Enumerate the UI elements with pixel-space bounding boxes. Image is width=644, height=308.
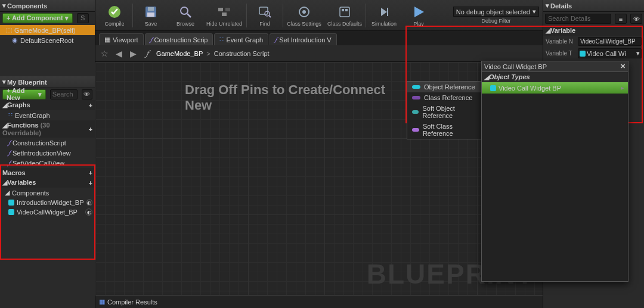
- play-icon: [411, 4, 426, 20]
- graph-hint: Drag Off Pins to Create/Connect New: [185, 82, 408, 113]
- forward-button[interactable]: ▶: [128, 48, 138, 59]
- macros-section-header[interactable]: Macros +: [0, 168, 95, 178]
- tab-viewport[interactable]: ▦Viewport: [99, 33, 144, 45]
- star-icon[interactable]: ☆: [99, 48, 110, 59]
- myblueprint-panel-header[interactable]: ▾ My Blueprint: [0, 76, 95, 88]
- object-reference-option[interactable]: Object Reference: [407, 82, 486, 92]
- function-icon: 𝑓: [142, 48, 153, 59]
- compile-icon: [107, 4, 122, 20]
- soft-class-reference-option[interactable]: Soft Class Reference: [407, 121, 486, 139]
- blueprint-icon: ⬚: [6, 26, 12, 34]
- gamemode-self-item[interactable]: ⬚ GameMode_BP(self): [0, 25, 95, 35]
- add-new-button[interactable]: + Add New▾: [2, 89, 46, 99]
- breadcrumb-page: Construction Script: [214, 50, 270, 57]
- play-button[interactable]: Play: [402, 1, 435, 30]
- class-settings-button[interactable]: Class Settings: [284, 1, 324, 30]
- variable-name-input[interactable]: VideoCallWidget_BP: [578, 37, 642, 46]
- svg-rect-15: [342, 9, 344, 11]
- save-icon: [143, 4, 159, 20]
- visibility-toggle[interactable]: ◐: [86, 199, 92, 206]
- debug-object-selector[interactable]: No debug object selected▾: [453, 7, 539, 17]
- type-pill-icon: [412, 110, 419, 114]
- variables-section-header[interactable]: ◢Variables +: [0, 178, 95, 188]
- gear-icon: [296, 4, 312, 20]
- graph-icon: ∷: [219, 36, 224, 43]
- variable-type-dropdown[interactable]: Video Call Wi ▾: [578, 48, 642, 58]
- type-pill-icon: [412, 96, 420, 99]
- add-macro-button[interactable]: +: [89, 169, 92, 176]
- details-title: Details: [550, 2, 572, 10]
- sphere-icon: ◉: [12, 36, 18, 44]
- simulation-icon: [376, 4, 392, 20]
- myblueprint-settings-button[interactable]: 👁: [82, 89, 92, 99]
- myblueprint-search-input[interactable]: Search: [50, 89, 78, 99]
- editor-tabs: ▦Viewport 𝑓Construction Scrip ∷Event Gra…: [95, 31, 543, 45]
- popup-close-button[interactable]: ✕: [620, 63, 626, 70]
- visibility-toggle[interactable]: ◐: [85, 209, 92, 216]
- variable-item[interactable]: VideoCallWidget_BP ◐: [0, 207, 95, 217]
- eventgraph-item[interactable]: ∷EventGraph: [0, 110, 95, 120]
- breadcrumb-file[interactable]: GameMode_BP: [156, 50, 203, 57]
- add-graph-button[interactable]: +: [89, 102, 92, 109]
- type-pill-icon: [490, 85, 496, 91]
- add-variable-button[interactable]: +: [89, 179, 92, 186]
- viewport-icon: ▦: [104, 36, 110, 43]
- browse-button[interactable]: Browse: [169, 1, 202, 30]
- graphs-section-header[interactable]: ◢Graphs +: [0, 100, 95, 110]
- type-pill-icon: [580, 51, 586, 57]
- components-search-button[interactable]: S: [77, 13, 89, 23]
- variable-item[interactable]: IntroductionWidget_BP ◐: [0, 198, 95, 207]
- svg-rect-6: [218, 8, 223, 11]
- svg-rect-9: [259, 7, 268, 14]
- debug-filter-label: Debug Filter: [481, 18, 510, 24]
- reference-type-submenu: Object Reference Class Reference Soft Ob…: [407, 81, 487, 139]
- tab-eventgraph[interactable]: ∷Event Graph: [214, 33, 268, 45]
- function-icon: 𝑓: [8, 159, 10, 167]
- components-subgroup[interactable]: Components: [12, 189, 49, 197]
- type-pill-icon: [8, 209, 14, 215]
- function-icon: 𝑓: [8, 149, 10, 157]
- function-item[interactable]: 𝑓SetVideoCallView: [0, 158, 95, 168]
- tab-construction[interactable]: 𝑓Construction Scrip: [145, 33, 213, 45]
- function-item[interactable]: 𝑓ConstructionScript: [0, 138, 95, 148]
- class-reference-option[interactable]: Class Reference: [407, 92, 486, 103]
- add-function-button[interactable]: +: [89, 126, 92, 133]
- hide-unrelated-button[interactable]: Hide Unrelated: [203, 1, 245, 30]
- svg-rect-2: [148, 7, 154, 11]
- details-filter-button[interactable]: ≡: [615, 14, 627, 24]
- graph-icon: ∷: [8, 111, 13, 119]
- functions-section-header[interactable]: ◢Functions (30 Overridable) +: [0, 120, 95, 138]
- svg-point-13: [302, 10, 306, 14]
- function-icon: 𝑓: [150, 36, 152, 43]
- default-scene-root-item[interactable]: ◉ DefaultSceneRoot: [0, 35, 95, 45]
- defaults-icon: [337, 4, 352, 20]
- chevron-down-icon: ▾: [2, 2, 7, 10]
- svg-rect-8: [222, 13, 227, 16]
- details-search-input[interactable]: Search Details: [545, 14, 611, 24]
- type-pill-icon: [412, 85, 420, 89]
- find-button[interactable]: Find: [248, 1, 281, 30]
- svg-marker-19: [414, 7, 424, 17]
- function-icon: 𝑓: [8, 139, 10, 147]
- save-button[interactable]: Save: [134, 1, 168, 30]
- class-defaults-button[interactable]: Class Defaults: [325, 1, 364, 30]
- variable-type-row: Variable T Video Call Wi ▾: [543, 47, 644, 60]
- function-item[interactable]: 𝑓SetIntroductionView: [0, 148, 95, 158]
- tab-setintro[interactable]: 𝑓Set Introduction V: [270, 33, 336, 45]
- components-panel-header[interactable]: ▾ Components: [0, 0, 95, 12]
- soft-object-reference-option[interactable]: Soft Object Reference: [407, 103, 486, 121]
- details-view-button[interactable]: 👁: [630, 14, 642, 24]
- simulation-button[interactable]: Simulation: [367, 1, 401, 30]
- chevron-down-icon: ▾: [2, 78, 7, 86]
- function-icon: 𝑓: [275, 36, 277, 43]
- details-panel-header[interactable]: ▾ Details: [543, 0, 644, 12]
- type-picker-popup: Video Call Widget BP ✕ ◢Object Types Vid…: [481, 61, 628, 282]
- add-component-button[interactable]: + Add Component▾: [2, 13, 73, 23]
- variable-section-header[interactable]: ◢Variable: [543, 26, 644, 36]
- type-pill-icon: [412, 128, 419, 132]
- compile-button[interactable]: Compile: [98, 1, 131, 30]
- back-button[interactable]: ◀: [113, 48, 124, 59]
- compiler-results-tab[interactable]: Compiler Results: [107, 298, 157, 306]
- type-pill-icon: [8, 200, 14, 206]
- popup-type-option[interactable]: Video Call Widget BP ▸: [482, 82, 628, 94]
